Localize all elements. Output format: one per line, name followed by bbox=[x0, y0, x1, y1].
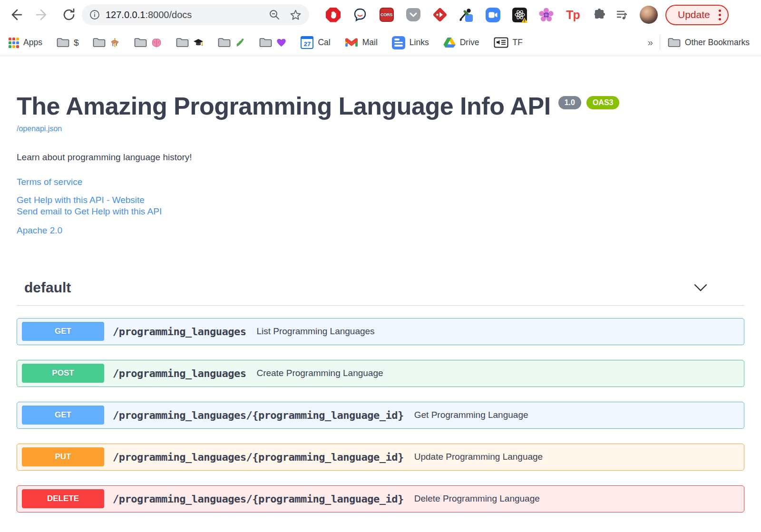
endpoint-path: /programming_languages/{programming_lang… bbox=[113, 493, 404, 505]
bookmark-apps-label: Apps bbox=[23, 38, 42, 48]
endpoint-path: /programming_languages bbox=[113, 368, 246, 379]
cors-extension-icon[interactable]: CORS bbox=[379, 7, 394, 23]
endpoint-row-get-one[interactable]: GET /programming_languages/{programming_… bbox=[17, 402, 744, 429]
license-link[interactable]: Apache 2.0 bbox=[17, 225, 744, 236]
adblock-extension-icon[interactable] bbox=[325, 7, 341, 23]
url-host: 127.0.0.1 bbox=[106, 10, 145, 20]
colorpicker-extension-icon[interactable] bbox=[459, 7, 474, 23]
endpoint-list: GET /programming_languages List Programm… bbox=[17, 318, 744, 513]
google-drive-icon bbox=[443, 37, 456, 48]
bookmark-drive[interactable]: Drive bbox=[443, 37, 479, 48]
chevron-down-icon[interactable] bbox=[694, 284, 707, 291]
terms-of-service-link[interactable]: Terms of service bbox=[17, 177, 744, 187]
gmail-icon bbox=[345, 38, 358, 48]
bookmark-mail[interactable]: Mail bbox=[345, 38, 378, 48]
bookmark-links[interactable]: Links bbox=[392, 36, 429, 49]
bookmark-star-icon[interactable] bbox=[290, 9, 302, 21]
chat-bubble-extension-icon[interactable] bbox=[352, 7, 368, 23]
update-button[interactable]: Update bbox=[665, 5, 729, 25]
forward-icon bbox=[35, 8, 49, 22]
folder-icon bbox=[57, 38, 69, 48]
api-title: The Amazing Programming Language Info AP… bbox=[17, 92, 551, 121]
red-arrow-extension-icon[interactable] bbox=[432, 7, 448, 23]
endpoint-summary: Create Programming Language bbox=[256, 368, 383, 378]
bookmarks-bar: Apps $ 27 Cal Mail Links bbox=[0, 29, 761, 56]
endpoint-summary: Update Programming Language bbox=[414, 452, 543, 462]
bookmark-mail-label: Mail bbox=[362, 38, 378, 48]
browser-menu-icon[interactable] bbox=[719, 10, 721, 20]
help-email-link[interactable]: Send email to Get Help with this API bbox=[17, 206, 744, 217]
swagger-page: The Amazing Programming Language Info AP… bbox=[0, 92, 761, 513]
bookmark-tf-label: TF bbox=[513, 38, 523, 48]
api-description: Learn about programming language history… bbox=[17, 152, 744, 163]
tag-section-header[interactable]: default bbox=[17, 280, 744, 306]
endpoint-row-get-list[interactable]: GET /programming_languages List Programm… bbox=[17, 318, 744, 345]
purple-heart-icon bbox=[276, 38, 286, 47]
bookmark-links-label: Links bbox=[410, 38, 429, 48]
openapi-spec-link[interactable]: /openapi.json bbox=[17, 125, 62, 133]
bookmark-folder-herb[interactable] bbox=[218, 38, 245, 48]
page-info-icon[interactable] bbox=[89, 10, 100, 20]
bookmarks-divider bbox=[660, 36, 660, 50]
help-website-link[interactable]: Get Help with this API - Website bbox=[17, 195, 744, 205]
other-bookmarks[interactable]: Other Bookmarks bbox=[668, 38, 750, 48]
bookmark-folder-brain[interactable] bbox=[134, 38, 162, 48]
method-badge: DELETE bbox=[22, 489, 104, 508]
bookmark-tf[interactable]: TF bbox=[494, 37, 523, 48]
oas3-badge: OAS3 bbox=[586, 96, 620, 109]
pocket-extension-icon[interactable] bbox=[405, 7, 421, 23]
bookmark-drive-label: Drive bbox=[460, 38, 479, 48]
bookmark-calendar-label: Cal bbox=[318, 38, 330, 48]
announcement-card-icon bbox=[494, 37, 508, 48]
zoom-out-icon[interactable] bbox=[269, 9, 280, 20]
endpoint-summary: List Programming Languages bbox=[256, 326, 374, 337]
extensions-puzzle-button[interactable] bbox=[591, 7, 607, 23]
hand-icon bbox=[330, 10, 337, 19]
other-bookmarks-label: Other Bookmarks bbox=[685, 38, 750, 48]
folder-icon bbox=[218, 38, 231, 48]
bookmark-folder-dollar[interactable]: $ bbox=[57, 38, 79, 48]
endpoint-row-put-update[interactable]: PUT /programming_languages/{programming_… bbox=[17, 444, 744, 471]
url-path: :8000/docs bbox=[145, 10, 192, 20]
endpoint-row-delete[interactable]: DELETE /programming_languages/{programmi… bbox=[17, 485, 744, 513]
bookmark-folder-carousel[interactable] bbox=[93, 38, 120, 48]
update-label: Update bbox=[678, 9, 710, 20]
tp-extension-icon[interactable]: Tp bbox=[565, 7, 581, 23]
react-devtools-extension-icon[interactable] bbox=[512, 7, 527, 23]
bookmark-folder-gradcap[interactable] bbox=[176, 38, 204, 48]
tag-section-title: default bbox=[24, 280, 71, 296]
warning-icon bbox=[521, 18, 527, 23]
url-text[interactable]: 127.0.0.1:8000/docs bbox=[106, 10, 269, 20]
carousel-horse-icon bbox=[110, 38, 120, 48]
playlist-music-icon bbox=[615, 8, 629, 21]
method-badge: PUT bbox=[22, 447, 104, 466]
graduation-cap-icon bbox=[193, 38, 204, 48]
flower-extension-icon[interactable] bbox=[538, 7, 554, 23]
brain-icon bbox=[151, 38, 162, 48]
bookmarks-overflow-chevron[interactable]: » bbox=[648, 37, 653, 48]
bookmark-folder-purpleheart[interactable] bbox=[259, 38, 286, 48]
folder-icon bbox=[668, 38, 681, 48]
forward-button[interactable] bbox=[34, 7, 50, 23]
method-badge: POST bbox=[22, 364, 104, 383]
endpoint-path: /programming_languages bbox=[113, 326, 246, 338]
bookmark-apps[interactable]: Apps bbox=[9, 38, 42, 48]
back-button[interactable] bbox=[8, 7, 24, 23]
browser-toolbar: 127.0.0.1:8000/docs CORS bbox=[0, 0, 761, 29]
bookmark-folder-dollar-label: $ bbox=[74, 38, 79, 48]
extensions-row: CORS Tp bbox=[325, 7, 581, 23]
address-bar[interactable]: 127.0.0.1:8000/docs bbox=[82, 4, 309, 25]
method-badge: GET bbox=[22, 322, 104, 341]
puzzle-icon bbox=[593, 8, 606, 21]
profile-avatar[interactable] bbox=[640, 6, 658, 24]
reload-button[interactable] bbox=[61, 7, 77, 23]
version-badge: 1.0 bbox=[558, 96, 581, 109]
media-controls-button[interactable] bbox=[614, 7, 630, 23]
back-icon bbox=[9, 8, 23, 22]
endpoint-path: /programming_languages/{programming_lang… bbox=[113, 409, 404, 421]
endpoint-row-post-create[interactable]: POST /programming_languages Create Progr… bbox=[17, 360, 744, 387]
bookmark-calendar[interactable]: 27 Cal bbox=[301, 36, 330, 49]
zoom-extension-icon[interactable] bbox=[485, 7, 501, 23]
folder-icon bbox=[93, 38, 106, 48]
endpoint-summary: Delete Programming Language bbox=[414, 493, 540, 504]
